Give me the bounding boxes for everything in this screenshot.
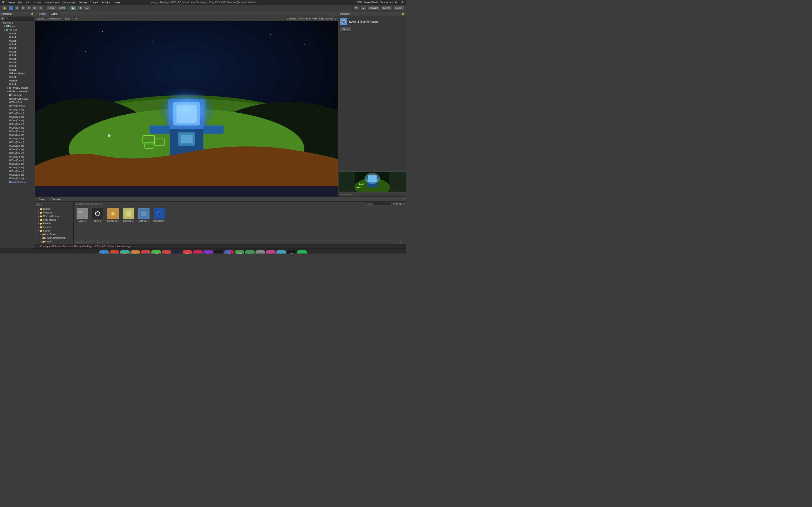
hierarchy-item[interactable]: ▶Dew(Clone) bbox=[0, 151, 35, 155]
hierarchy-item[interactable]: ▶Dew(Clone) bbox=[0, 148, 35, 151]
asset-item[interactable]: ReflectionP... bbox=[152, 208, 166, 222]
account-button[interactable]: Account bbox=[367, 6, 380, 11]
dock-tv[interactable]: 📺 bbox=[214, 250, 223, 254]
hierarchy-item[interactable]: ▶Stick bbox=[0, 82, 35, 86]
menu-edit[interactable]: Edit bbox=[26, 1, 30, 4]
tab-more-icon[interactable]: ⋮ bbox=[402, 198, 405, 201]
console-tab[interactable]: Console bbox=[49, 198, 63, 201]
hierarchy-item[interactable]: ▶Dew(Clone) bbox=[0, 162, 35, 166]
display-dropdown[interactable]: Display 1 bbox=[37, 17, 46, 20]
hierarchy-item[interactable]: ▶Dew(Clone) bbox=[0, 155, 35, 159]
hierarchy-item[interactable]: ▶TerrainManager bbox=[0, 86, 35, 90]
dock-steam[interactable]: 🎮 bbox=[172, 250, 182, 254]
gizmos-dropdown[interactable]: Gizmos bbox=[325, 17, 333, 20]
hierarchy-item[interactable]: ▶Stick bbox=[0, 43, 35, 46]
space-btn[interactable]: Local bbox=[58, 6, 66, 11]
hierarchy-item[interactable]: ▶Dew(Clone) bbox=[0, 144, 35, 148]
hand-tool[interactable]: ✋ bbox=[2, 6, 8, 11]
layers-button[interactable]: Layers bbox=[381, 6, 392, 11]
folder-item[interactable]: ▸📁Level Select Screen bbox=[35, 236, 73, 240]
folder-item[interactable]: ▸📁Materials bbox=[35, 211, 73, 214]
hierarchy-item[interactable]: ▶Stick bbox=[0, 50, 35, 53]
scene-tab[interactable]: Scene bbox=[37, 12, 48, 16]
transform-tool[interactable]: ✱ bbox=[32, 6, 37, 11]
dock-pycharm[interactable]: 🐍 bbox=[276, 250, 286, 254]
add-hierarchy-button[interactable]: + bbox=[1, 17, 5, 20]
hierarchy-item[interactable]: ▶The Sea bbox=[0, 28, 35, 32]
hierarchy-item[interactable]: ▶Stick bbox=[0, 46, 35, 50]
hierarchy-search-input[interactable] bbox=[5, 16, 34, 20]
folder-item[interactable]: ▸📁Prefabs bbox=[35, 222, 73, 225]
scale-tool[interactable]: ⊡ bbox=[20, 6, 26, 11]
view-more-icon[interactable]: ⋮ bbox=[335, 12, 337, 15]
hierarchy-item[interactable]: ▶ObstacleHolder bbox=[0, 90, 35, 93]
folder-item[interactable]: ▸📁Level_0 bbox=[35, 240, 73, 243]
dock-finder[interactable]: 🔍 bbox=[99, 250, 109, 254]
hierarchy-item[interactable]: ▶PostProcess bbox=[0, 104, 35, 108]
hierarchy-item[interactable]: ▶Stick bbox=[0, 32, 35, 35]
maximize-on-play[interactable]: Maximize On Play bbox=[287, 17, 305, 20]
menu-component[interactable]: Component bbox=[62, 1, 75, 4]
hierarchy-item[interactable]: ▶Stick bbox=[0, 39, 35, 43]
dock-discord[interactable]: 💬 ! bbox=[224, 250, 234, 254]
hierarchy-item[interactable]: ▶LevelLight bbox=[0, 93, 35, 97]
menu-terrain[interactable]: Terrain bbox=[79, 1, 87, 4]
hierarchy-item[interactable]: ▶WaterTrail bbox=[0, 101, 35, 104]
hierarchy-item[interactable]: ▶Main Camera (1) bbox=[0, 97, 35, 101]
stats-btn[interactable]: Stats bbox=[319, 17, 324, 20]
folder-item[interactable]: ▸📁Lab Zareef bbox=[35, 232, 73, 236]
rotate-tool[interactable]: ↺ bbox=[14, 6, 19, 11]
hierarchy-item[interactable]: ▶Dew(Clone) bbox=[0, 169, 35, 173]
dock-music[interactable]: 🎵 bbox=[193, 250, 203, 254]
game-tab[interactable]: Game bbox=[48, 12, 60, 16]
asset-item[interactable]: Level_1 bbox=[75, 208, 89, 222]
dock-settings[interactable]: ⚙ bbox=[256, 250, 265, 254]
filter-icon[interactable]: ⚙ bbox=[393, 202, 395, 205]
step-button[interactable]: ⏭ bbox=[84, 6, 90, 11]
hierarchy-item[interactable]: ▶Dew(Clone) bbox=[0, 159, 35, 162]
hierarchy-item[interactable]: ▶Dew(Clone) bbox=[0, 129, 35, 133]
project-tab[interactable]: Project bbox=[37, 198, 49, 201]
hierarchy-item[interactable]: ▶Dew(Clone) bbox=[0, 133, 35, 137]
menu-help[interactable]: Help bbox=[115, 1, 120, 4]
hierarchy-item[interactable]: ▶Dew(Clone) bbox=[0, 176, 35, 180]
view-options-icon[interactable]: ⋮ bbox=[335, 17, 337, 20]
folder-item[interactable]: ▸📁Presets bbox=[35, 225, 73, 229]
hierarchy-item[interactable]: ▶Stick bbox=[0, 53, 35, 57]
hierarchy-item[interactable]: ▶Dew(Clone) bbox=[0, 122, 35, 126]
hierarchy-item[interactable]: ▶Player bbox=[0, 24, 35, 28]
menu-window[interactable]: Window bbox=[102, 1, 111, 4]
folder-item[interactable]: ▾📁Scenes bbox=[35, 229, 73, 232]
asset-item[interactable]: LightingDa... bbox=[106, 208, 120, 222]
menu-gameobject[interactable]: GameObject bbox=[45, 1, 59, 4]
hierarchy-item[interactable]: ▶terrain bbox=[0, 79, 35, 82]
scale-slider[interactable]: ─ bbox=[71, 17, 73, 20]
hierarchy-item[interactable]: ▶Dew(Clone) bbox=[0, 140, 35, 144]
layout-button[interactable]: Layout bbox=[393, 6, 404, 11]
dock-messages[interactable]: 💬 bbox=[151, 250, 161, 254]
folder-item[interactable]: ▸📁Models&Textures bbox=[35, 214, 73, 218]
search-btn[interactable]: 🔍 bbox=[353, 6, 359, 11]
path-slider[interactable]: ──●── bbox=[397, 241, 404, 243]
breadcrumb-arrow[interactable]: ◀ bbox=[75, 203, 77, 205]
dock-safari[interactable]: 🧭 bbox=[120, 250, 130, 254]
hierarchy-item[interactable]: ▶Dew(Clone) bbox=[0, 126, 35, 129]
aspect-dropdown[interactable]: Free Aspect bbox=[49, 17, 61, 20]
project-search-input[interactable] bbox=[364, 202, 392, 206]
cloud-btn[interactable]: ☁ bbox=[361, 6, 366, 11]
eye-icon[interactable]: 👁 bbox=[399, 203, 401, 205]
pause-button[interactable]: ⏸ bbox=[77, 6, 83, 11]
play-button[interactable]: ▶ bbox=[70, 6, 77, 11]
hierarchy-item[interactable]: ▶Stick bbox=[0, 57, 35, 61]
hierarchy-item[interactable]: ▶Level_1 bbox=[0, 21, 35, 24]
folder-item[interactable]: ▸📁Images bbox=[35, 207, 73, 211]
open-scene-button[interactable]: Open bbox=[340, 27, 351, 32]
dock-stats[interactable]: 📊 bbox=[235, 250, 244, 254]
move-tool[interactable]: ↖ bbox=[9, 6, 14, 11]
hierarchy-item[interactable]: ▶Dew(Clone) bbox=[0, 119, 35, 122]
dock-photos[interactable]: 🖼 bbox=[131, 250, 140, 254]
search-icon[interactable]: 🔍 bbox=[401, 1, 404, 4]
rect-tool[interactable]: ⊞ bbox=[26, 6, 31, 11]
custom-tool[interactable]: ⊕ bbox=[38, 6, 43, 11]
menu-assets[interactable]: Assets bbox=[34, 1, 41, 4]
